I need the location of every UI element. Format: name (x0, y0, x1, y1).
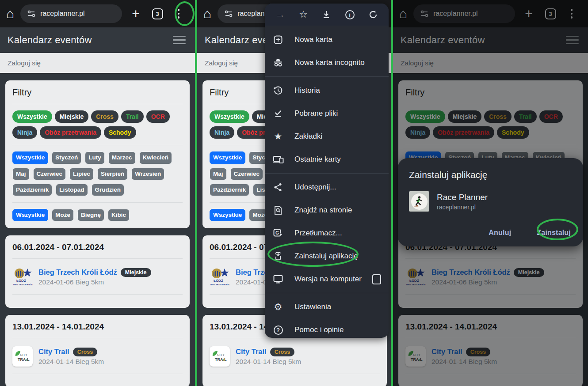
panel-menu-closed: ⌂ raceplanner.pl + 3 Kalendarz eventów Z… (0, 0, 195, 386)
annotation-ring-install-app-item (267, 242, 359, 267)
menu-separator (265, 76, 389, 77)
filter-category-wszystkie[interactable]: Wszystkie (12, 110, 52, 123)
filter-category-oboz[interactable]: Obóz przetrwania (40, 126, 101, 139)
svg-text:ŁÓDŹ: ŁÓDŹ (16, 279, 26, 283)
reload-icon[interactable] (368, 10, 378, 19)
bookmark-star-icon[interactable]: ☆ (299, 10, 308, 19)
filter-category-trail[interactable]: Trail (121, 110, 144, 123)
filter-month[interactable]: Luty (85, 151, 105, 164)
download-icon[interactable] (321, 10, 331, 19)
home-icon[interactable]: ⌂ (203, 7, 211, 20)
event-link[interactable]: City Trail (236, 348, 267, 356)
menu-item-history[interactable]: Historia (265, 79, 389, 102)
login-link[interactable]: Zaloguj się (8, 59, 41, 67)
menu-item-new-tab[interactable]: Nowa karta (265, 28, 389, 51)
event-badge: Miejskie (121, 268, 151, 277)
filter-month[interactable]: Listopad (56, 184, 88, 196)
month-filter-group: Wszystkie Styczeń Luty Marzec Kwiecień M… (12, 151, 183, 196)
filter-month[interactable]: Maj (12, 168, 30, 180)
filter-month[interactable]: Grudzień (92, 184, 125, 196)
menu-item-translate[interactable]: G Przetłumacz... (265, 222, 389, 245)
hamburger-menu-icon[interactable] (171, 34, 187, 46)
filter-category-ocr[interactable]: OCR (146, 110, 170, 123)
svg-text:CITY: CITY (217, 353, 225, 357)
filter-participation[interactable]: Może (52, 209, 74, 221)
site-settings-icon[interactable] (27, 9, 36, 18)
filter-month-all[interactable]: Wszystkie (12, 151, 48, 164)
event-card: 13.01.2024 - 14.01.2024 CITY TRAiL City … (5, 315, 190, 386)
new-tab-button[interactable]: + (132, 7, 140, 20)
event-link[interactable]: City Trail (38, 348, 69, 356)
event-details: 2024-01-14 Bieg 5km (38, 358, 104, 366)
filter-category-cross[interactable]: Cross (91, 110, 118, 123)
filter-category-miejskie[interactable]: Miejskie (55, 110, 88, 123)
filter-participation-all[interactable]: Wszystkie (12, 209, 48, 221)
menu-item-downloads[interactable]: Pobrane pliki (265, 102, 389, 125)
event-badge: Cross (270, 348, 294, 356)
filter-month[interactable]: Maj (210, 168, 227, 180)
menu-icon-row: → ☆ i (265, 4, 389, 26)
svg-text:BIEG TRZECH KRÓLI: BIEG TRZECH KRÓLI (13, 284, 33, 286)
desktop-site-checkbox[interactable] (372, 274, 381, 284)
event-link[interactable]: Bieg Trzech Króli Łódź (38, 268, 117, 276)
filter-month[interactable]: Październik (12, 184, 52, 196)
filter-month[interactable]: Lipiec (69, 168, 94, 180)
new-tab-icon (272, 35, 284, 45)
browser-toolbar: ⌂ raceplanner.pl + 3 (0, 0, 195, 27)
app-icon (409, 191, 429, 212)
forward-icon[interactable]: → (275, 10, 285, 19)
menu-item-find-in-page[interactable]: Znajdź na stronie (265, 199, 389, 222)
event-logo-bieg-trzech-kroli: ŁÓDŹ BIEG TRZECH KRÓLI (210, 267, 230, 287)
menu-item-recent-tabs[interactable]: Ostatnie karty (265, 148, 389, 171)
svg-text:ŁÓDŹ: ŁÓDŹ (214, 279, 223, 283)
panel-menu-open: ⌂ raceplanner.pl + 3 Kalendarz eventów Z… (197, 0, 391, 386)
filter-month[interactable]: Kwiecień (139, 151, 172, 164)
menu-item-settings[interactable]: ⚙ Ustawienia (265, 295, 389, 318)
site-settings-icon[interactable] (224, 9, 233, 18)
annotation-ring-menu-button (175, 1, 195, 26)
menu-item-share[interactable]: Udostępnij... (265, 176, 389, 199)
svg-text:TRAiL: TRAiL (18, 357, 30, 362)
translate-icon: G (272, 228, 284, 238)
filter-category-wszystkie[interactable]: Wszystkie (210, 110, 249, 123)
menu-item-bookmarks[interactable]: ★ Zakładki (265, 125, 389, 148)
tab-switcher-button[interactable]: 3 (152, 8, 163, 19)
menu-item-help[interactable]: ? Pomoc i opinie (265, 318, 389, 338)
event-badge: Cross (73, 348, 97, 356)
svg-text:BIEG TRZECH KRÓLI: BIEG TRZECH KRÓLI (210, 284, 230, 286)
event-row: ŁÓDŹ BIEG TRZECH KRÓLI Bieg Trzech Króli… (12, 265, 183, 288)
event-logo-city-trail: CITY TRAiL (210, 346, 230, 367)
event-row: CITY TRAiL City Trail Cross 2024-01-14 B… (210, 344, 380, 367)
event-logo-bieg-trzech-kroli: ŁÓDŹ BIEG TRZECH KRÓLI (12, 267, 33, 287)
filter-month-all[interactable]: Wszystkie (210, 151, 245, 164)
share-icon (272, 182, 284, 192)
filter-month[interactable]: Wrzesień (131, 168, 164, 180)
triptych-screenshot: ⌂ raceplanner.pl + 3 Kalendarz eventów Z… (0, 0, 588, 386)
filter-month[interactable]: Czerwiec (230, 168, 263, 180)
menu-item-new-incognito-tab[interactable]: Nowa karta incognito (265, 51, 389, 74)
page-content: Filtry Wszystkie Miejskie Cross Trail OC… (0, 74, 195, 386)
login-bar[interactable]: Zaloguj się (0, 53, 195, 74)
menu-separator (265, 293, 389, 293)
filter-month[interactable]: Październik (210, 184, 249, 196)
menu-item-desktop-site[interactable]: Wersja na komputer (265, 268, 389, 291)
event-logo-city-trail: CITY TRAiL (12, 346, 33, 367)
info-icon[interactable]: i (345, 10, 355, 19)
filter-month[interactable]: Styczeń (52, 151, 81, 164)
filters-card: Filtry Wszystkie Miejskie Cross Trail OC… (5, 80, 190, 228)
filter-month[interactable]: Czerwiec (33, 168, 66, 180)
filter-participation-all[interactable]: Wszystkie (210, 209, 245, 221)
url-bar[interactable]: raceplanner.pl (20, 4, 122, 23)
page-title: Kalendarz eventów (8, 34, 92, 46)
home-icon[interactable]: ⌂ (6, 7, 14, 20)
filter-month[interactable]: Marzec (108, 151, 136, 164)
filter-category-ninja[interactable]: Ninja (12, 126, 37, 139)
filter-month[interactable]: Sierpień (97, 168, 128, 180)
filter-category-schody[interactable]: Schody (104, 126, 136, 139)
filter-participation[interactable]: Kibic (108, 209, 130, 221)
filter-category-ninja[interactable]: Ninja (210, 126, 234, 139)
runner-icon (413, 196, 425, 207)
filter-participation[interactable]: Biegnę (77, 209, 104, 221)
login-link[interactable]: Zaloguj się (205, 59, 238, 67)
cancel-button[interactable]: Anuluj (489, 229, 511, 237)
